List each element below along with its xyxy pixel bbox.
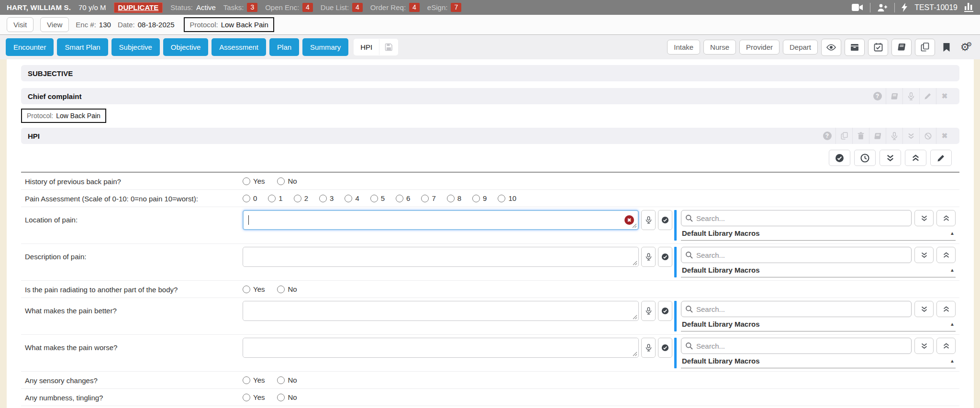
pain-better-input[interactable] (243, 301, 639, 321)
order-req-count-badge[interactable]: 4 (409, 3, 420, 12)
tasks-count-badge[interactable]: 3 (247, 3, 257, 12)
macro-expand-button[interactable] (914, 301, 934, 317)
pain-scale-5-radio[interactable] (370, 195, 378, 202)
numbness-yes-radio[interactable] (243, 394, 250, 401)
macro-collapse-button[interactable] (936, 210, 956, 226)
settings-gears-icon[interactable]: ⚙⚙ (958, 39, 974, 56)
radiating-yes-radio[interactable] (243, 286, 250, 293)
tab-smart-plan[interactable]: Smart Plan (57, 38, 108, 56)
chart-icon[interactable] (964, 3, 973, 12)
pain-scale-3-radio[interactable] (319, 195, 327, 202)
tab-plan[interactable]: Plan (269, 38, 299, 56)
macro-library-header[interactable]: Default Library Macros ▲ (681, 319, 956, 331)
history-clock-button[interactable] (854, 150, 876, 166)
macro-search-input[interactable] (681, 210, 912, 226)
pain-scale-9-radio[interactable] (472, 195, 480, 202)
collapse-triangle-icon[interactable]: ▲ (950, 358, 955, 364)
edit-pencil-icon[interactable] (919, 88, 936, 104)
sensory-yes-radio[interactable] (243, 376, 250, 384)
protocol-box-note[interactable]: Protocol: Low Back Pain (21, 109, 106, 123)
bookmark-icon[interactable] (938, 39, 955, 56)
calendar-check-button[interactable] (868, 39, 888, 56)
dictate-microphone-button[interactable] (641, 301, 656, 321)
tab-encounter[interactable]: Encounter (6, 38, 54, 56)
journal-book-button[interactable] (891, 39, 912, 56)
confirm-check-button[interactable] (658, 338, 672, 358)
collapse-double-chevron-icon[interactable] (902, 128, 919, 144)
macro-library-header[interactable]: Default Library Macros ▲ (681, 265, 956, 277)
macro-collapse-button[interactable] (936, 247, 956, 263)
doc-tab-label[interactable]: HPI (354, 39, 379, 55)
numbness-no-radio[interactable] (277, 394, 285, 401)
tab-summary[interactable]: Summary (302, 38, 348, 56)
radiating-no-radio[interactable] (277, 286, 285, 293)
complete-check-button[interactable] (829, 150, 850, 166)
pain-scale-4-radio[interactable] (345, 195, 352, 202)
preview-eye-button[interactable] (821, 39, 841, 56)
save-icon[interactable] (379, 39, 398, 55)
open-enc-count-badge[interactable]: 4 (302, 3, 313, 12)
microphone-icon[interactable] (886, 128, 902, 144)
dictate-microphone-button[interactable] (641, 338, 656, 358)
lightning-icon[interactable] (902, 3, 908, 12)
macro-expand-button[interactable] (914, 247, 934, 263)
library-book-icon[interactable] (869, 128, 886, 144)
visit-button[interactable]: Visit (7, 17, 33, 32)
stage-nurse-button[interactable]: Nurse (703, 40, 736, 55)
pain-worse-input[interactable] (243, 338, 639, 358)
esign-count-badge[interactable]: 7 (451, 3, 461, 12)
macro-expand-button[interactable] (914, 210, 934, 226)
tasks-counter[interactable]: Tasks: 3 (223, 3, 257, 12)
macro-search-input[interactable] (681, 247, 912, 263)
tab-objective[interactable]: Objective (163, 38, 209, 56)
history-no-radio[interactable] (277, 177, 285, 185)
close-icon[interactable]: ✖ (936, 128, 953, 144)
sensory-no-radio[interactable] (277, 376, 285, 384)
stage-depart-button[interactable]: Depart (783, 40, 818, 55)
library-book-icon[interactable] (886, 88, 902, 104)
trash-icon[interactable] (852, 128, 869, 144)
archive-box-button[interactable] (845, 39, 865, 56)
macro-expand-button[interactable] (914, 338, 934, 354)
pain-scale-2-radio[interactable] (294, 195, 301, 202)
pain-scale-6-radio[interactable] (396, 195, 403, 202)
order-req-counter[interactable]: Order Req: 4 (370, 3, 420, 12)
duplicate-badge[interactable]: DUPLICATE (114, 2, 163, 13)
dictate-microphone-button[interactable] (641, 210, 656, 230)
collapse-all-button[interactable] (905, 150, 926, 166)
stage-provider-button[interactable]: Provider (739, 40, 780, 55)
pain-scale-10-radio[interactable] (498, 195, 505, 202)
disable-ban-icon[interactable] (919, 128, 936, 144)
copy-icon[interactable] (835, 128, 852, 144)
video-camera-icon[interactable] (852, 3, 863, 11)
collapse-triangle-icon[interactable]: ▲ (950, 231, 955, 236)
tab-subjective[interactable]: Subjective (111, 38, 160, 56)
help-icon[interactable]: ? (869, 88, 886, 104)
history-yes-radio[interactable] (243, 177, 250, 185)
collapse-triangle-icon[interactable]: ▲ (950, 267, 955, 273)
confirm-check-button[interactable] (658, 247, 672, 267)
edit-pencil-button[interactable] (930, 150, 952, 166)
esign-counter[interactable]: eSign: 7 (427, 3, 461, 12)
expand-all-button[interactable] (880, 150, 901, 166)
copy-pages-button[interactable] (915, 39, 935, 56)
location-of-pain-input[interactable]: ✖ (243, 210, 639, 230)
protocol-box-header[interactable]: Protocol: Low Back Pain (184, 17, 274, 32)
macro-search-input[interactable] (681, 301, 912, 317)
confirm-check-button[interactable] (658, 210, 672, 230)
macro-library-header[interactable]: Default Library Macros ▲ (681, 228, 956, 241)
collapse-triangle-icon[interactable]: ▲ (950, 321, 955, 327)
view-button[interactable]: View (40, 17, 69, 32)
dictate-microphone-button[interactable] (641, 247, 656, 267)
macro-search-input[interactable] (681, 338, 912, 354)
stage-intake-button[interactable]: Intake (667, 40, 700, 55)
macro-collapse-button[interactable] (936, 301, 956, 317)
help-icon[interactable]: ? (819, 128, 835, 144)
confirm-check-button[interactable] (658, 301, 672, 321)
person-add-icon[interactable] (877, 3, 888, 12)
due-list-counter[interactable]: Due List: 4 (321, 3, 363, 12)
close-icon[interactable]: ✖ (936, 88, 953, 104)
pain-scale-8-radio[interactable] (447, 195, 455, 202)
description-of-pain-input[interactable] (243, 247, 639, 267)
pain-scale-0-radio[interactable] (243, 195, 250, 202)
